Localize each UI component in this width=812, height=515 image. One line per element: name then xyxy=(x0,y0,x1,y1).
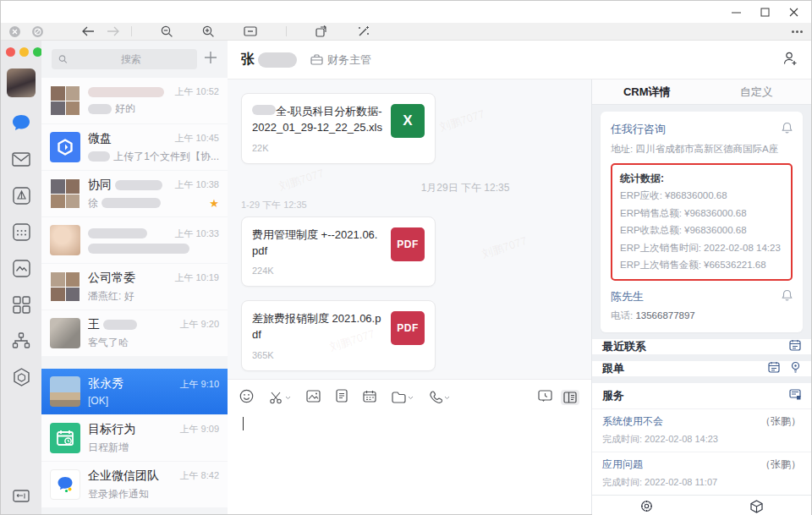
tab-custom[interactable]: 自定义 xyxy=(702,79,812,104)
xls-file-icon: X xyxy=(391,104,425,138)
service-item[interactable]: 系统使用不会（张鹏） 完成时间: 2022-02-08 14:23 xyxy=(592,408,811,452)
cube-icon xyxy=(750,500,763,513)
chat-name: 王 xyxy=(88,317,100,332)
add-member-button[interactable] xyxy=(782,51,798,69)
list-item[interactable]: 王上午 9:20 客气了哈 xyxy=(41,310,228,356)
stats-highlight-box: 统计数据: ERP应收: ¥86836000.68 ERP销售总额: ¥9683… xyxy=(611,163,793,281)
list-item[interactable]: 上午 10:33 xyxy=(41,217,228,263)
call-icon[interactable] xyxy=(429,391,450,404)
side-panel-toggle-icon[interactable] xyxy=(561,390,579,405)
fit-width-icon[interactable] xyxy=(244,26,257,36)
redacted-name xyxy=(115,180,162,190)
list-item[interactable]: 协同上午 10:38 徐★ xyxy=(41,171,228,216)
conversation: 刘鹏7077 刘鹏7077 刘鹏7077 刘鹏7077 全-职员科目分析数据-2… xyxy=(228,79,591,514)
list-item[interactable]: 企业微信团队上午 8:42 登录操作通知 xyxy=(41,462,228,507)
list-item[interactable]: 微盘上午 10:45 上传了1个文件到【协... xyxy=(41,124,228,170)
chat-title: 张 xyxy=(241,51,297,68)
folder-icon[interactable] xyxy=(392,392,414,403)
company-link[interactable]: 任我行咨询 xyxy=(611,122,666,137)
mac-close-icon[interactable] xyxy=(6,47,15,57)
contact-link[interactable]: 陈先生 xyxy=(611,289,644,304)
mail-icon[interactable] xyxy=(11,149,31,169)
person-add-icon xyxy=(782,51,798,66)
file-message-pdf[interactable]: 费用管理制度 +--2021.06.pdf 224K PDF xyxy=(241,216,436,288)
chat-icon[interactable] xyxy=(11,112,31,133)
wecom-team-avatar xyxy=(50,469,80,500)
watermark: 刘鹏7077 xyxy=(438,107,487,135)
mac-minimize-icon[interactable] xyxy=(19,47,29,57)
phone-label: 电话: xyxy=(611,310,633,321)
emoji-icon[interactable] xyxy=(239,389,254,407)
chat-name: 协同 xyxy=(88,178,112,193)
add-chat-button[interactable] xyxy=(204,51,217,68)
zoom-out-icon[interactable] xyxy=(161,25,173,38)
chat-name: 公司常委 xyxy=(88,271,135,286)
input-area xyxy=(228,379,591,514)
bell-icon[interactable] xyxy=(782,122,793,137)
magic-wand-icon[interactable] xyxy=(357,25,370,38)
keyboard-login-icon[interactable] xyxy=(11,485,31,506)
service-monitor-icon[interactable] xyxy=(789,388,801,403)
minimize-button[interactable] xyxy=(723,3,749,20)
rotate-icon[interactable] xyxy=(315,25,328,37)
redacted-preview xyxy=(88,151,110,162)
contacts-org-icon[interactable] xyxy=(11,331,31,351)
close-viewer-icon[interactable] xyxy=(9,26,20,37)
file-date-label: 1-29 下午 12:35 xyxy=(241,199,578,211)
calendar-note-icon[interactable] xyxy=(789,339,801,354)
avatar xyxy=(50,376,80,407)
section-recent-contact[interactable]: 最近联系 xyxy=(592,339,811,354)
file-message-xls[interactable]: 全-职员科目分析数据-2022_01_29-12_22_25.xls 22K X xyxy=(241,93,436,164)
redacted-name xyxy=(103,320,137,330)
list-item[interactable]: 目标行为上午 9:09 日程新增 xyxy=(41,415,228,461)
zoom-in-icon[interactable] xyxy=(202,25,215,38)
file-message-pdf[interactable]: 差旅费报销制度 2021.06.pdf 365K PDF xyxy=(241,300,436,371)
customer-products-button[interactable]: 客户产品 xyxy=(702,496,812,515)
tab-crm-details[interactable]: CRM详情 xyxy=(592,79,702,104)
search-input[interactable] xyxy=(72,53,190,65)
section-follow-up[interactable]: 跟单 xyxy=(592,361,811,376)
service-item[interactable]: 应用问题（张鹏） 完成时间: 2022-02-08 11:07 xyxy=(592,452,811,495)
chat-name: 企业微信团队 xyxy=(88,468,159,484)
traffic-lights[interactable] xyxy=(1,47,42,57)
docs-icon[interactable] xyxy=(11,185,31,205)
bell-icon[interactable] xyxy=(782,289,793,304)
file-size: 22K xyxy=(252,143,382,153)
list-item[interactable]: 上午 10:52 好的 xyxy=(41,78,228,123)
list-item[interactable]: 公司常委上午 10:19 潘燕红: 好 xyxy=(41,264,228,310)
drive-icon[interactable] xyxy=(11,258,31,278)
transfer-to-customer-circle-button[interactable]: 转入客户圈 xyxy=(592,496,702,515)
chat-name: 目标行为 xyxy=(88,422,135,437)
workbench-icon[interactable] xyxy=(11,294,31,315)
maximize-button[interactable] xyxy=(752,3,777,20)
list-item-selected[interactable]: 张永秀上午 9:10 [OK] xyxy=(41,369,228,414)
service-header[interactable]: 服务 xyxy=(592,383,811,408)
image-icon[interactable] xyxy=(306,390,321,406)
stat-line: ERP收款总额: ¥96836000.68 xyxy=(620,222,783,239)
my-avatar[interactable] xyxy=(7,68,36,97)
message-input[interactable] xyxy=(239,408,579,507)
calendar-icon[interactable] xyxy=(363,390,376,406)
file-icon[interactable] xyxy=(336,389,348,406)
block-icon[interactable] xyxy=(32,26,43,37)
job-title: 财务主管 xyxy=(327,52,371,68)
stat-line: ERP销售总额: ¥96836000.68 xyxy=(620,205,783,222)
redacted-preview xyxy=(88,244,189,254)
schedule-icon[interactable] xyxy=(11,222,31,242)
search-box[interactable] xyxy=(52,49,197,69)
screenshot-icon[interactable] xyxy=(269,392,291,404)
back-icon[interactable] xyxy=(82,26,95,36)
chevron-down-icon xyxy=(408,396,414,400)
file-size: 365K xyxy=(252,350,382,360)
chat-list: 上午 10:52 好的 微盘上午 10:45 上传了1个文件到【协... 协同上… xyxy=(41,41,228,514)
forward-icon[interactable] xyxy=(107,26,119,36)
pdf-file-icon: PDF xyxy=(391,311,425,345)
wedrive-avatar xyxy=(50,132,80,162)
idea-bulb-icon[interactable] xyxy=(790,361,801,376)
avatar xyxy=(50,85,80,116)
calendar-note-icon[interactable] xyxy=(768,361,780,376)
chat-history-icon[interactable] xyxy=(538,390,552,406)
close-button[interactable] xyxy=(781,3,806,20)
more-button[interactable] xyxy=(792,30,803,33)
third-app-icon[interactable] xyxy=(11,367,31,387)
